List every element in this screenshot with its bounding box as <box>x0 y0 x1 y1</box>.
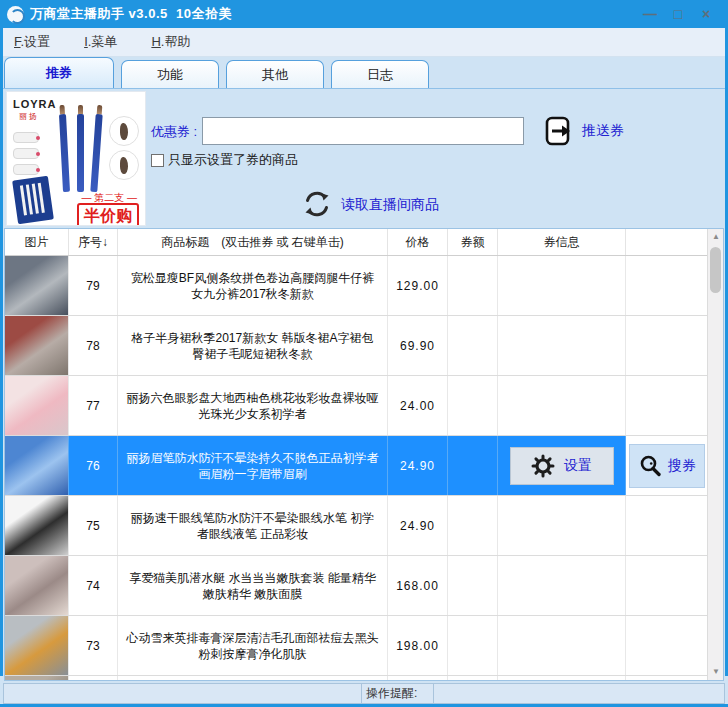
swatch-circle <box>109 150 139 180</box>
table-header-row: 图片序号↓商品标题 (双击推券 或 右键单击)价格券额券信息 <box>5 229 708 256</box>
gear-icon <box>531 454 555 478</box>
tab-rizhi[interactable]: 日志 <box>331 60 429 88</box>
seq-cell: 79 <box>69 256 118 315</box>
coupon-amount-cell <box>448 316 498 375</box>
coupon-label: 优惠券 : <box>151 123 197 141</box>
coupon-info-cell <box>498 616 626 675</box>
seq-cell <box>69 676 118 680</box>
table-row-73[interactable]: 73心动雪来英排毒膏深层清洁毛孔面部祛痘去黑头粉刺按摩膏净化肌肤198.00 <box>5 616 708 676</box>
price-cell: 24.00 <box>388 376 448 435</box>
column-header-4[interactable]: 券额 <box>448 229 498 255</box>
table-body: 79宽松显瘦BF风侧条纹拼色卷边高腰阔腿牛仔裤女九分裤2017秋冬新款129.0… <box>5 256 708 680</box>
seq-cell: 74 <box>69 556 118 615</box>
menu-item-1[interactable]: I.菜单 <box>84 33 117 51</box>
search-coupon-label: 搜券 <box>668 457 696 475</box>
window-title: 万商堂主播助手 v3.0.5 10全拾美 <box>30 5 232 23</box>
refresh-icon <box>300 187 334 221</box>
coupon-info-cell <box>498 376 626 435</box>
column-header-3[interactable]: 价格 <box>388 229 448 255</box>
action-cell <box>626 256 708 315</box>
seq-cell: 73 <box>69 616 118 675</box>
product-thumb-cell <box>5 436 69 495</box>
coupon-amount-cell <box>448 256 498 315</box>
action-cell <box>626 676 708 680</box>
product-brand-label: LOYRA <box>13 98 57 110</box>
coupon-info-cell <box>498 496 626 555</box>
tab-qita[interactable]: 其他 <box>226 60 324 88</box>
price-cell <box>388 676 448 680</box>
table-row-77[interactable]: 77丽扬六色眼影盘大地西柚色桃花妆彩妆盘裸妆哑光珠光少女系初学者24.00 <box>5 376 708 436</box>
push-coupon-button[interactable] <box>542 114 576 148</box>
price-cell: 129.00 <box>388 256 448 315</box>
coupon-info-cell: 设置 <box>498 436 626 495</box>
coupon-amount-cell <box>448 496 498 555</box>
title-cell <box>118 676 388 680</box>
title-bar: 万商堂主播助手 v3.0.5 10全拾美 — □ × <box>0 0 728 28</box>
tab-tuiquan[interactable]: 推券 <box>4 57 114 88</box>
close-button[interactable]: × <box>692 2 720 26</box>
product-thumb-cell <box>5 316 69 375</box>
search-coupon-button[interactable]: 搜券 <box>629 444 705 488</box>
column-header-6[interactable] <box>626 229 708 255</box>
read-live-products-button[interactable] <box>300 187 334 221</box>
menu-item-2[interactable]: H.帮助 <box>151 33 190 51</box>
table-row-78[interactable]: 78格子半身裙秋季2017新款女 韩版冬裙A字裙包臀裙子毛呢短裙秋冬款69.90 <box>5 316 708 376</box>
minimize-button[interactable]: — <box>636 2 664 26</box>
column-header-1[interactable]: 序号↓ <box>69 229 118 255</box>
coupon-amount-cell <box>448 616 498 675</box>
product-thumb-cell <box>5 616 69 675</box>
read-live-products-label[interactable]: 读取直播间商品 <box>341 196 439 214</box>
price-cell: 198.00 <box>388 616 448 675</box>
price-cell: 24.90 <box>388 436 448 495</box>
action-cell: 搜券 <box>626 436 708 495</box>
menu-bar: F.设置I.菜单H.帮助 <box>0 28 728 57</box>
price-cell: 24.90 <box>388 496 448 555</box>
maximize-button[interactable]: □ <box>664 2 692 26</box>
scrollbar-thumb[interactable] <box>710 247 721 293</box>
seq-cell: 75 <box>69 496 118 555</box>
app-window: 万商堂主播助手 v3.0.5 10全拾美 — □ × F.设置I.菜单H.帮助 … <box>0 0 728 707</box>
push-coupon-icon <box>542 114 576 148</box>
title-cell: 宽松显瘦BF风侧条纹拼色卷边高腰阔腿牛仔裤女九分裤2017秋冬新款 <box>118 256 388 315</box>
status-segment-label: 操作提醒: <box>362 683 433 704</box>
operation-hint-label: 操作提醒: <box>366 685 417 702</box>
table-row-76[interactable]: 76丽扬眉笔防水防汗不晕染持久不脱色正品初学者画眉粉一字眉带眉刷24.90设置搜… <box>5 436 708 496</box>
product-thumbnail <box>5 496 68 555</box>
title-cell: 享爱猫美肌潜水艇 水当当当嫩肤套装 能量精华嫩肤精华 嫩肤面膜 <box>118 556 388 615</box>
table-row-partial[interactable] <box>5 676 708 680</box>
status-segment-left <box>3 683 362 704</box>
window-controls: — □ × <box>636 0 720 28</box>
only-coupon-products-checkbox[interactable]: 只显示设置了券的商品 <box>151 151 298 169</box>
push-coupon-label[interactable]: 推送券 <box>582 122 624 140</box>
product-thumbnail <box>5 616 68 675</box>
swatch-circle <box>109 116 139 146</box>
scroll-down-icon[interactable]: ▼ <box>708 664 724 680</box>
action-cell <box>626 316 708 375</box>
tab-strip: 推券功能其他日志 <box>4 57 724 88</box>
status-segment-right <box>433 683 725 704</box>
tab-gongneng[interactable]: 功能 <box>121 60 219 88</box>
column-header-2[interactable]: 商品标题 (双击推券 或 右键单击) <box>118 229 388 255</box>
product-thumbnail <box>5 376 68 435</box>
settings-button[interactable]: 设置 <box>510 447 614 485</box>
menu-item-0[interactable]: F.设置 <box>14 33 50 51</box>
seq-cell: 77 <box>69 376 118 435</box>
scroll-up-icon[interactable]: ▲ <box>708 229 724 245</box>
coupon-info-cell <box>498 316 626 375</box>
table-row-75[interactable]: 75丽扬速干眼线笔防水防汗不晕染眼线水笔 初学者眼线液笔 正品彩妆24.90 <box>5 496 708 556</box>
column-header-5[interactable]: 券信息 <box>498 229 626 255</box>
coupon-info-cell <box>498 256 626 315</box>
product-thumb-cell <box>5 496 69 555</box>
table-row-74[interactable]: 74享爱猫美肌潜水艇 水当当当嫩肤套装 能量精华嫩肤精华 嫩肤面膜168.00 <box>5 556 708 616</box>
coupon-input[interactable] <box>202 117 524 145</box>
checkbox-label: 只显示设置了券的商品 <box>168 151 298 169</box>
column-header-0[interactable]: 图片 <box>5 229 69 255</box>
pencil-shape <box>59 114 70 192</box>
checkbox-icon[interactable] <box>151 154 164 167</box>
app-logo-icon <box>7 6 24 23</box>
product-thumb-cell <box>5 676 69 680</box>
product-thumb-cell <box>5 256 69 315</box>
vertical-scrollbar[interactable]: ▲ ▼ <box>707 229 723 680</box>
pencil-shape <box>77 114 84 192</box>
table-row-79[interactable]: 79宽松显瘦BF风侧条纹拼色卷边高腰阔腿牛仔裤女九分裤2017秋冬新款129.0… <box>5 256 708 316</box>
